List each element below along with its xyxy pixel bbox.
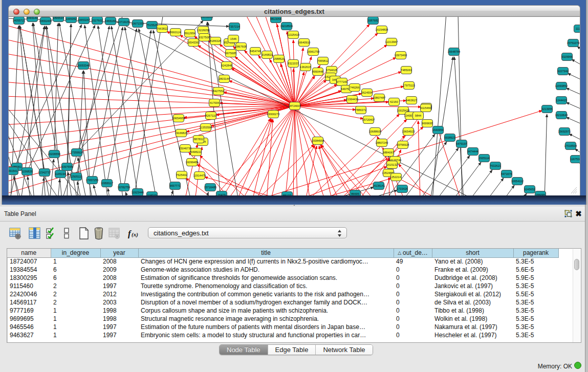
graph-edge[interactable]: [125, 192, 128, 195]
left-split-divider[interactable]: [0, 0, 2, 205]
graph-node[interactable]: 10654112: [511, 178, 524, 185]
graph-node[interactable]: 10688609: [369, 128, 382, 136]
graph-node[interactable]: 391541: [9, 167, 18, 175]
graph-node[interactable]: 20053346: [77, 62, 90, 70]
graph-node[interactable]: 16782759: [118, 184, 130, 191]
close-panel-icon[interactable]: ✖: [574, 209, 583, 218]
right-split-divider[interactable]: [586, 0, 588, 205]
graph-node[interactable]: 3624554: [361, 89, 373, 97]
graph-node[interactable]: 18807249: [376, 139, 388, 147]
network-window-titlebar[interactable]: citations_edges.txt: [8, 5, 580, 17]
column-header-short[interactable]: short: [432, 249, 513, 257]
graph-node[interactable]: 19654955: [172, 115, 185, 122]
graph-node[interactable]: 1167534: [570, 156, 580, 163]
graph-edge[interactable]: [267, 119, 273, 195]
table-row[interactable]: 1872400712008Changes of HCN gene express…: [7, 257, 561, 266]
graph-node[interactable]: 1362615: [300, 63, 311, 71]
table-row[interactable]: 977716911998Corpus callosum shape and si…: [7, 307, 561, 315]
graph-node[interactable]: 17975115: [403, 82, 415, 90]
graph-node[interactable]: 17359924: [71, 149, 83, 157]
graph-node[interactable]: 887832: [193, 136, 204, 143]
graph-edge[interactable]: [9, 25, 295, 106]
graph-edge[interactable]: [9, 106, 295, 182]
graph-node[interactable]: 8186328: [210, 37, 221, 45]
graph-node[interactable]: 8454749: [250, 48, 261, 55]
graph-node[interactable]: 6466160: [105, 17, 116, 25]
graph-node[interactable]: 7625402: [176, 171, 187, 179]
graph-node[interactable]: 118323: [147, 192, 158, 196]
graph-node[interactable]: 1588520: [273, 55, 285, 63]
graph-node[interactable]: 16210643: [555, 112, 568, 119]
select-columns-icon[interactable]: [28, 227, 41, 240]
resize-grip-icon[interactable]: [570, 187, 578, 194]
graph-node[interactable]: 19384554: [312, 137, 324, 145]
graph-edge[interactable]: [98, 26, 123, 195]
column-header-name[interactable]: name: [7, 249, 51, 257]
graph-edge[interactable]: [418, 121, 420, 195]
graph-node[interactable]: 20691406: [39, 17, 52, 25]
graph-node[interactable]: 15046738: [179, 145, 192, 152]
citation-network-graph[interactable]: 1405572120931402069140618955371065352106…: [9, 17, 580, 195]
graph-node[interactable]: 8267110: [205, 112, 216, 120]
graph-node[interactable]: 16429: [216, 191, 227, 196]
graph-node[interactable]: 9327508: [199, 34, 210, 41]
graph-node[interactable]: 7357214: [229, 23, 240, 31]
graph-node[interactable]: 16961758: [307, 48, 320, 56]
graph-edge[interactable]: [94, 185, 98, 195]
graph-edge[interactable]: [281, 145, 315, 196]
graph-node[interactable]: 18724007: [289, 102, 301, 110]
graph-edge[interactable]: [108, 188, 110, 195]
graph-node[interactable]: 7485063: [401, 67, 412, 74]
graph-node[interactable]: 10653267: [78, 17, 91, 24]
function-builder-icon[interactable]: f(x): [127, 227, 141, 240]
graph-node[interactable]: 16543362: [187, 39, 200, 47]
graph-edge[interactable]: [362, 190, 397, 195]
graph-node[interactable]: 8471676: [501, 170, 512, 178]
graph-node[interactable]: 13226058: [197, 27, 210, 34]
column-header-year[interactable]: year: [100, 249, 138, 257]
table-select-combobox[interactable]: citations_edges.txt: [148, 227, 347, 238]
float-panel-icon[interactable]: [564, 209, 573, 218]
graph-node[interactable]: 16648784: [448, 48, 461, 56]
graph-node[interactable]: 2803144: [219, 75, 230, 83]
graph-node[interactable]: 1145194: [55, 170, 66, 178]
graph-node[interactable]: 1615132: [386, 161, 398, 169]
graph-node[interactable]: 11123: [574, 25, 581, 33]
graph-node[interactable]: 3675685: [225, 50, 236, 57]
graph-node[interactable]: 86695: [350, 190, 361, 196]
graph-edge[interactable]: [295, 48, 303, 106]
graph-node[interactable]: 19756928: [397, 141, 409, 149]
table-row[interactable]: 1456911722003Disruption of a novel membe…: [7, 298, 561, 307]
network-canvas[interactable]: 1405572120931402069140618955371065352106…: [8, 17, 580, 195]
graph-node[interactable]: 252214: [391, 173, 402, 181]
graph-node[interactable]: 9463627: [406, 97, 417, 104]
graph-node[interactable]: 10807487: [373, 94, 386, 102]
graph-edge[interactable]: [577, 46, 580, 54]
graph-node[interactable]: 6479197: [456, 140, 467, 148]
graph-node[interactable]: 10671355: [132, 20, 144, 28]
graph-node[interactable]: 9329966: [561, 53, 573, 61]
graph-node[interactable]: 3213955: [541, 105, 553, 113]
graph-node[interactable]: 12093852: [555, 82, 568, 90]
new-table-icon[interactable]: [77, 227, 91, 240]
graph-edge[interactable]: [208, 22, 238, 195]
graph-edge[interactable]: [125, 27, 157, 195]
graph-edge[interactable]: [9, 106, 295, 154]
graph-edge[interactable]: [153, 30, 191, 195]
graph-edge[interactable]: [198, 45, 295, 106]
graph-node[interactable]: 15751074: [567, 39, 580, 47]
table-row[interactable]: 946362711997Embryonic stem cells: a mode…: [7, 331, 561, 339]
graph-edge[interactable]: [545, 114, 547, 195]
graph-node[interactable]: 5938923: [444, 134, 455, 142]
graph-edge[interactable]: [566, 102, 580, 112]
graph-node[interactable]: 12213967: [385, 38, 398, 46]
graph-node[interactable]: 7632621: [490, 162, 501, 170]
graph-node[interactable]: 7886372: [355, 106, 366, 114]
graph-node[interactable]: 417006: [209, 99, 220, 107]
graph-node[interactable]: 5498222: [190, 148, 202, 156]
graph-node[interactable]: 9397555: [61, 163, 73, 171]
graph-edge[interactable]: [10, 172, 16, 195]
graph-node[interactable]: 9242848: [221, 62, 232, 70]
graph-edge[interactable]: [9, 106, 295, 111]
edit-rows-icon[interactable]: [45, 227, 58, 240]
